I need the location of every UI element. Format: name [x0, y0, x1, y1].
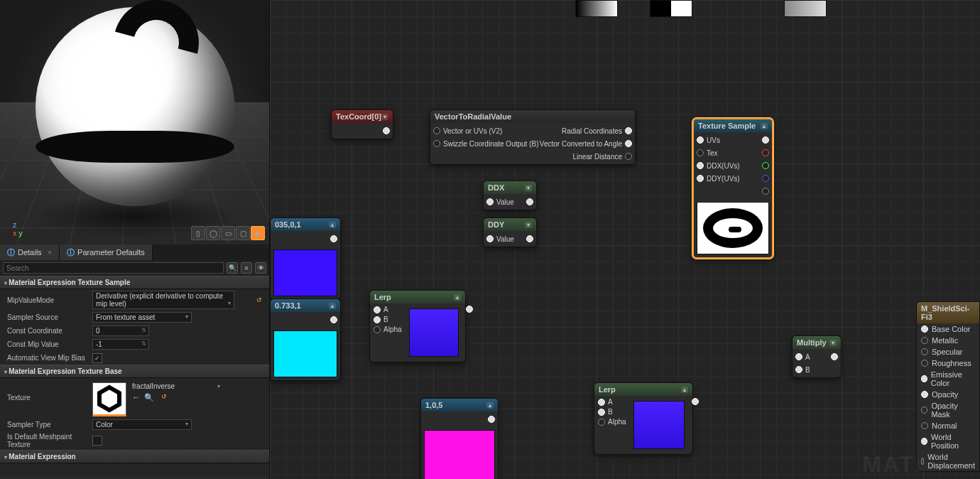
search-input[interactable] — [3, 262, 224, 274]
input-pin-ddy[interactable] — [697, 175, 704, 182]
node-material-output[interactable]: M_ShieldSci-Fi3 Base Color Metallic Spec… — [916, 301, 980, 472]
output-pin[interactable] — [625, 127, 632, 134]
input-pin-opacity[interactable] — [921, 391, 928, 398]
output-pin-g[interactable] — [762, 162, 769, 169]
input-pin-uvs[interactable] — [697, 136, 704, 144]
input-pin-ddx[interactable] — [697, 162, 704, 169]
visibility-icon[interactable]: 👁 — [255, 262, 266, 274]
node-lerp-1[interactable]: Lerp▴ A B Alpha — [369, 290, 466, 362]
collapse-icon[interactable]: ▴ — [761, 123, 768, 129]
shape-cube-button[interactable]: ▢ — [236, 226, 250, 240]
node-texcoord[interactable]: TexCoord[0]▾ — [331, 109, 393, 139]
collapse-icon[interactable]: ▴ — [681, 387, 688, 393]
close-icon[interactable]: × — [48, 248, 52, 257]
tab-parameter-defaults[interactable]: ⓘParameter Defaults — [60, 244, 153, 260]
collapse-icon[interactable]: ▴ — [329, 222, 336, 228]
collapse-icon[interactable]: ▾ — [525, 185, 532, 191]
output-pin[interactable] — [466, 306, 473, 313]
input-pin[interactable] — [486, 198, 494, 205]
node-constant-cyan[interactable]: 0.733,1▴ — [270, 298, 341, 381]
defaultmeshpaint-checkbox[interactable] — [92, 436, 102, 446]
output-pin-a[interactable] — [762, 188, 769, 195]
asset-browse-icon[interactable]: 🔍 — [144, 393, 154, 402]
section-material-expression[interactable]: Material Expression — [0, 450, 269, 463]
node-constant-magenta[interactable]: 1,0,5▴ — [420, 398, 499, 479]
texture-thumbnail[interactable] — [92, 382, 126, 416]
input-pin-opacitymask[interactable] — [921, 407, 927, 414]
preview-viewport[interactable]: zx y ▯ ◯ ▭ ▢ ◐ — [0, 0, 269, 244]
collapse-icon[interactable]: ▴ — [454, 294, 461, 301]
preview-sphere — [36, 7, 234, 206]
input-pin-b[interactable] — [374, 316, 381, 323]
input-pin-worldpos[interactable] — [921, 438, 927, 445]
input-pin-b[interactable] — [598, 409, 605, 416]
section-texture-sample[interactable]: Material Expression Texture Sample — [0, 276, 269, 289]
reset-icon[interactable]: ↺ — [161, 393, 167, 402]
input-pin-metallic[interactable] — [921, 337, 928, 344]
autoviewmipbias-checkbox[interactable]: ✓ — [92, 353, 102, 363]
input-pin-specular[interactable] — [921, 348, 928, 355]
samplersource-dropdown[interactable]: From texture asset — [92, 312, 192, 323]
input-pin[interactable] — [486, 235, 494, 242]
input-pin[interactable] — [433, 140, 440, 147]
output-pin[interactable] — [692, 398, 699, 405]
input-pin-basecolor[interactable] — [921, 325, 928, 333]
constmip-field[interactable]: -1 — [92, 339, 149, 350]
input-pin-alpha[interactable] — [598, 419, 605, 426]
constcoord-field[interactable]: 0 — [92, 325, 149, 336]
node-ddx[interactable]: DDX▾ Value — [483, 181, 537, 210]
output-pin[interactable] — [488, 416, 495, 423]
node-texturesample[interactable]: Texture Sample▴ UVs Tex DDX(UVs) DDY(UVs… — [692, 118, 773, 259]
output-pin[interactable] — [625, 153, 632, 160]
input-pin-worlddisp[interactable] — [921, 458, 924, 465]
filter-icon[interactable]: ≡ — [241, 262, 252, 274]
output-pin[interactable] — [330, 235, 337, 242]
mipvaluemode-dropdown[interactable]: Derivative (explicit derivative to compu… — [92, 291, 234, 309]
output-pin[interactable] — [831, 353, 838, 360]
node-constant-blue[interactable]: 035,0,1▴ — [270, 217, 341, 300]
input-pin-a[interactable] — [598, 399, 605, 406]
output-pin[interactable] — [526, 235, 533, 242]
reset-icon[interactable]: ↺ — [256, 296, 262, 303]
input-pin-alpha[interactable] — [374, 326, 381, 333]
shape-plane-button[interactable]: ▭ — [221, 226, 235, 240]
output-pin[interactable] — [526, 198, 533, 205]
output-pin[interactable] — [330, 316, 337, 323]
search-icon[interactable]: 🔍 — [227, 262, 238, 274]
input-pin-tex[interactable] — [697, 149, 704, 156]
node-lerp-2[interactable]: Lerp▴ A B Alpha — [594, 382, 693, 455]
asset-back-icon[interactable]: ← — [132, 393, 140, 402]
input-pin-emissive[interactable] — [921, 375, 927, 382]
output-pin[interactable] — [625, 140, 632, 147]
shape-sphere-button[interactable]: ◯ — [206, 226, 220, 240]
tab-details[interactable]: ⓘDetails× — [0, 244, 60, 260]
collapse-icon[interactable]: ▾ — [829, 340, 837, 346]
shape-mesh-button[interactable]: ◐ — [251, 226, 265, 240]
output-pin-rgb[interactable] — [762, 136, 769, 144]
input-pin-b[interactable] — [795, 366, 802, 373]
collapse-icon[interactable]: ▾ — [381, 114, 388, 120]
node-vectortoradial[interactable]: VectorToRadialValue Vector or UVs (V2)Ra… — [430, 109, 636, 165]
node-ddy[interactable]: DDY▾ Value — [483, 217, 537, 247]
input-pin-roughness[interactable] — [921, 360, 928, 367]
collapse-icon[interactable]: ▴ — [329, 303, 336, 309]
shape-cylinder-button[interactable]: ▯ — [191, 226, 205, 240]
collapse-icon[interactable]: ▴ — [486, 402, 494, 409]
prop-label: Automatic View Mip Bias — [7, 354, 92, 362]
material-graph[interactable]: MATERIA TexCoord[0]▾ VectorToRadialValue… — [270, 0, 980, 479]
node-multiply[interactable]: Multiply▾ A B — [792, 335, 842, 378]
output-pin-r[interactable] — [762, 149, 769, 156]
samplertype-dropdown[interactable]: Color — [92, 419, 192, 430]
node-preview — [697, 202, 769, 254]
input-pin-a[interactable] — [795, 353, 802, 360]
input-pin[interactable] — [433, 127, 440, 134]
output-pin[interactable] — [383, 127, 390, 134]
section-texture-base[interactable]: Material Expression Texture Base — [0, 365, 269, 378]
prop-label: Const Mip Value — [7, 340, 92, 348]
collapse-icon[interactable]: ▾ — [525, 222, 532, 228]
input-pin-a[interactable] — [374, 306, 381, 313]
input-pin-normal[interactable] — [921, 422, 928, 429]
prop-label: Sampler Type — [7, 421, 92, 429]
output-pin-b[interactable] — [762, 175, 769, 182]
node-preview-cut — [650, 0, 692, 17]
